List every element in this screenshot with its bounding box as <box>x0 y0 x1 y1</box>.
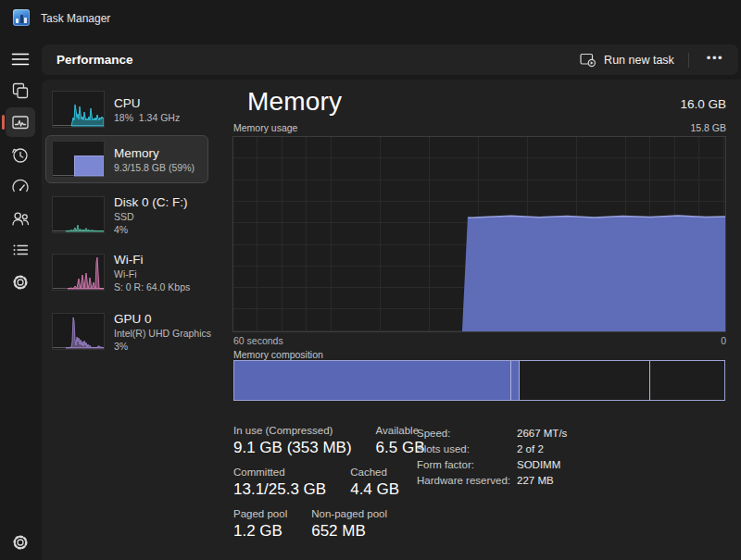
detail-value: SODIMM <box>517 457 560 473</box>
device-subtitle: 3% <box>114 340 208 353</box>
device-title: Disk 0 (C: F:) <box>114 194 188 210</box>
device-item-wifi[interactable]: Wi-Fi Wi-Fi S: 0 R: 64.0 Kbps <box>45 243 208 301</box>
performance-content-panel: CPU 18% 1.34 GHz Memory 9.3/15.8 GB (59%… <box>42 80 741 560</box>
memory-composition-bar <box>233 360 725 401</box>
detail-value: 2667 MT/s <box>517 426 567 442</box>
stat-label: Committed <box>233 466 326 479</box>
detail-label: Slots used: <box>417 442 517 457</box>
device-title: Memory <box>114 145 195 161</box>
stat-value: 13.1/25.3 GB <box>233 479 326 501</box>
selected-tab-indicator <box>2 115 5 130</box>
run-new-task-icon <box>580 53 597 68</box>
device-subtitle: Wi-Fi <box>114 268 190 280</box>
memory-stats: In use (Compressed) 9.1 GB (353 MB) Avai… <box>233 424 424 549</box>
device-subtitle: 18% 1.34 GHz <box>114 111 180 124</box>
startup-apps-icon <box>10 176 31 196</box>
page-header: Performance Run new task ••• <box>42 44 738 75</box>
sidebar-item-services[interactable] <box>10 272 31 292</box>
ellipsis-icon: ••• <box>707 51 723 65</box>
detail-hardware-reserved: Hardware reserved: 227 MB <box>417 473 567 489</box>
sidebar-item-menu[interactable] <box>10 49 31 69</box>
stat-in-use: In use (Compressed) 9.1 GB (353 MB) <box>233 424 352 459</box>
detail-value: 2 of 2 <box>517 442 544 457</box>
stat-value: 652 MB <box>311 520 387 542</box>
sidebar-item-startup-apps[interactable] <box>10 176 31 196</box>
disk-mini-chart <box>53 197 104 232</box>
device-subtitle: Intel(R) UHD Graphics <box>114 327 208 340</box>
detail-slots-used: Slots used: 2 of 2 <box>417 442 567 457</box>
composition-segment-standby <box>519 361 649 400</box>
device-title: CPU <box>114 95 180 111</box>
wifi-mini-chart <box>53 255 104 290</box>
device-subtitle: 4% <box>114 223 188 236</box>
stat-value: 1.2 GB <box>233 520 287 542</box>
task-manager-window: Task Manager <box>0 0 741 560</box>
detail-form-factor: Form factor: SODIMM <box>417 457 567 473</box>
device-subtitle: S: 0 R: 64.0 Kbps <box>114 280 190 293</box>
stat-label: Cached <box>350 466 399 479</box>
device-subtitle: 9.3/15.8 GB (59%) <box>114 161 195 174</box>
composition-segment-modified <box>510 361 518 400</box>
memory-usage-max-label: 15.8 GB <box>690 122 726 133</box>
memory-usage-graph <box>233 137 725 331</box>
device-subtitle: SSD <box>114 210 188 223</box>
hamburger-menu-icon <box>10 49 31 69</box>
navigation-rail <box>0 37 42 560</box>
memory-page-title: Memory <box>247 87 342 117</box>
users-icon <box>10 208 31 229</box>
detail-label: Form factor: <box>417 457 517 473</box>
composition-segment-in-use <box>234 361 510 400</box>
device-item-memory[interactable]: Memory 9.3/15.8 GB (59%) <box>45 135 208 183</box>
gpu-mini-chart <box>53 314 104 349</box>
stat-committed: Committed 13.1/25.3 GB <box>233 466 326 501</box>
composition-segment-free <box>649 361 724 400</box>
performance-icon <box>10 112 31 132</box>
more-options-button[interactable]: ••• <box>697 50 733 70</box>
stat-paged-pool: Paged pool 1.2 GB <box>233 507 287 542</box>
page-title: Performance <box>57 53 133 67</box>
sidebar-item-settings[interactable] <box>10 532 31 553</box>
stat-label: Paged pool <box>233 507 287 520</box>
details-icon <box>10 240 31 260</box>
stat-label: In use (Compressed) <box>233 424 352 437</box>
device-item-cpu[interactable]: CPU 18% 1.34 GHz <box>45 85 208 133</box>
memory-total-capacity: 16.0 GB <box>680 97 726 111</box>
processes-icon <box>10 81 31 101</box>
cpu-mini-chart <box>53 92 104 127</box>
sidebar-item-performance[interactable] <box>6 107 35 137</box>
detail-speed: Speed: 2667 MT/s <box>417 426 567 442</box>
memory-usage-label: Memory usage <box>233 122 297 133</box>
stat-value: 9.1 GB (353 MB) <box>233 437 352 459</box>
device-item-gpu-0[interactable]: GPU 0 Intel(R) UHD Graphics 3% <box>45 303 208 360</box>
sidebar-item-app-history[interactable] <box>10 144 31 165</box>
app-title: Task Manager <box>41 12 110 25</box>
stat-value: 4.4 GB <box>350 479 399 501</box>
device-title: GPU 0 <box>114 311 208 327</box>
graph-axis-labels: 60 seconds 0 <box>233 335 726 346</box>
memory-composition-label: Memory composition <box>233 349 323 360</box>
sidebar-item-processes[interactable] <box>10 81 31 101</box>
detail-label: Hardware reserved: <box>417 473 517 489</box>
memory-mini-chart <box>53 142 104 177</box>
stat-label: Non-paged pool <box>311 507 387 520</box>
services-icon <box>10 272 31 292</box>
detail-value: 227 MB <box>517 473 554 489</box>
device-item-disk-0[interactable]: Disk 0 (C: F:) SSD 4% <box>45 186 208 243</box>
stat-non-paged-pool: Non-paged pool 652 MB <box>311 507 387 542</box>
detail-label: Speed: <box>417 426 517 442</box>
title-bar[interactable]: Task Manager <box>0 0 741 37</box>
run-new-task-label: Run new task <box>604 54 674 67</box>
hardware-details: Speed: 2667 MT/s Slots used: 2 of 2 Form… <box>417 426 567 489</box>
sidebar-item-users[interactable] <box>10 208 31 229</box>
header-divider <box>688 53 689 68</box>
run-new-task-button[interactable]: Run new task <box>571 48 683 72</box>
axis-left-label: 60 seconds <box>233 335 283 346</box>
app-history-icon <box>10 144 31 165</box>
memory-usage-area-chart <box>233 137 725 331</box>
axis-right-label: 0 <box>721 335 726 346</box>
stat-cached: Cached 4.4 GB <box>350 466 399 501</box>
device-title: Wi-Fi <box>114 252 190 268</box>
sidebar-item-details[interactable] <box>10 240 31 260</box>
settings-gear-icon <box>10 532 31 553</box>
task-manager-logo <box>13 9 30 26</box>
